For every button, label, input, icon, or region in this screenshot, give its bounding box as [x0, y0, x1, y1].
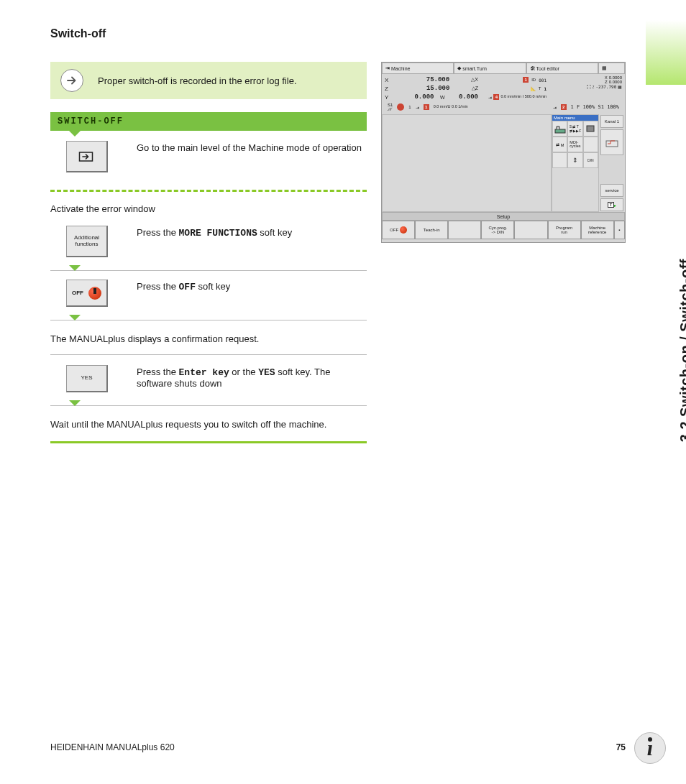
sk-machine-ref[interactable]: Machine reference	[581, 221, 614, 239]
two-column-layout: Proper switch-off is recorded in the err…	[50, 62, 626, 448]
yes-softkey[interactable]: YES	[66, 365, 108, 392]
off-label: OFF	[72, 290, 83, 296]
screen-tabs: ⇥Machine ◆smart.Turn 🛠Tool editor ▦	[382, 63, 625, 74]
screen-main-area: Main menu S ⇄ T ⇄ ▶▶F ⇄ M MDI- cycles ⇕ …	[382, 114, 625, 212]
softkey-col: YES	[50, 365, 122, 392]
tab-label: smart.Turn	[462, 66, 487, 71]
emergency-stop-icon	[88, 287, 101, 300]
step-text: Press the MORE FUNCTIONS soft key	[137, 226, 367, 239]
text-pre: Press the	[137, 227, 179, 238]
side-solid	[646, 85, 686, 286]
text-bold2: YES	[258, 367, 275, 378]
sk-program-run[interactable]: Program run	[548, 221, 581, 239]
side-button-bar: Kanal 1 service T▸	[599, 114, 625, 212]
page-footer: HEIDENHAIN MANUALplus 620 75	[50, 742, 626, 752]
end-separator	[50, 441, 367, 443]
softkey-col	[50, 141, 122, 172]
sk-empty1[interactable]	[448, 221, 481, 239]
feed-rates: 0.0 mm/min I 500.0 m/min	[500, 95, 546, 99]
step-yes: YES Press the Enter key or the YES soft …	[50, 365, 367, 402]
dro-readout: X75.000△X Z15.000△Z Y0.000W0.000 1ID001 …	[382, 74, 625, 114]
step-text: Press the Enter key or the YES soft key.…	[137, 365, 367, 389]
task-header-pointer-icon	[69, 131, 81, 137]
override-box: 1	[523, 77, 529, 83]
note-text: Proper switch-off is recorded in the err…	[98, 75, 297, 86]
menu-cell-7[interactable]	[552, 152, 567, 168]
activate-error-line: Activate the error window	[50, 199, 367, 221]
work-area	[382, 114, 552, 212]
text-bold: Enter key	[179, 367, 229, 378]
wait-line: Wait until the MANUALplus requests you t…	[50, 415, 367, 437]
text-post: soft key	[196, 281, 230, 292]
separator	[50, 270, 367, 271]
side-spacer	[599, 156, 625, 183]
menu-cell-6[interactable]	[583, 137, 598, 152]
tab-extra[interactable]: ▦	[598, 63, 625, 74]
tab-label: Tool editor	[536, 66, 559, 71]
dro-z: 15.000	[411, 85, 449, 92]
menu-cell-5[interactable]: MDI- cycles	[567, 137, 582, 152]
dashed-separator	[50, 190, 367, 192]
sk-cyc-prog[interactable]: Cyc.prog. -> DIN	[481, 221, 514, 239]
info-icon: ı	[634, 732, 666, 764]
additional-functions-softkey[interactable]: Additional functions	[66, 226, 108, 257]
sk-scroll[interactable]: ▪	[614, 221, 625, 239]
dro-y: 0.000	[395, 93, 434, 101]
sk-teach-in[interactable]: Teach-in	[415, 221, 448, 239]
step-pointer-icon	[69, 265, 81, 271]
tab-machine[interactable]: ⇥Machine	[382, 63, 454, 74]
tab-tool-editor[interactable]: 🛠Tool editor	[526, 63, 598, 74]
side-kanal-button[interactable]: Kanal 1	[600, 115, 623, 128]
text-post: soft key	[257, 227, 292, 238]
side-tab-gradient	[646, 20, 686, 286]
page-number: 75	[616, 742, 626, 752]
svg-rect-2	[587, 126, 594, 132]
step-off: OFF Press the OFF soft key	[50, 280, 367, 317]
side-chapter-label: 3.2 Switch-on / Switch-off	[677, 259, 686, 442]
dro-w: 0.000	[449, 93, 478, 101]
footer-left: HEIDENHAIN MANUALplus 620	[50, 742, 175, 752]
right-column: ⇥Machine ◆smart.Turn 🛠Tool editor ▦ X75.…	[381, 62, 626, 448]
menu-cell-8[interactable]: ⇕	[567, 152, 582, 168]
menu-cell-2[interactable]: S ⇄ T ⇄ ▶▶F	[567, 121, 582, 137]
setup-bar: Setup	[382, 212, 625, 221]
main-level-softkey[interactable]	[66, 141, 108, 172]
sr-val: 1 F 100% S1 100%	[571, 104, 619, 110]
menu-cell-3[interactable]	[583, 121, 598, 137]
side-service-button[interactable]: service	[600, 184, 623, 197]
task-header: SWITCH-OFF	[50, 112, 367, 131]
step-more-functions: Additional functions Press the MORE FUNC…	[50, 221, 367, 267]
text-mid: or the	[229, 366, 258, 377]
ov1: 1	[408, 105, 411, 109]
stop-icon	[397, 103, 404, 111]
t-val: 1	[544, 86, 546, 91]
side-graphic-button[interactable]	[600, 129, 623, 155]
id-val: 001	[539, 78, 546, 83]
menu-cell-9[interactable]: DIN	[583, 152, 598, 168]
softkey-label: YES	[81, 375, 92, 382]
menu-cell-1[interactable]	[552, 121, 567, 137]
menu-cell-4[interactable]: ⇄ M	[552, 137, 567, 152]
machine-screenshot: ⇥Machine ◆smart.Turn 🛠Tool editor ▦ X75.…	[381, 62, 626, 243]
text-bold: MORE FUNCTIONS	[179, 228, 257, 239]
tab-label: Machine	[391, 66, 410, 71]
tab-smart-turn[interactable]: ◆smart.Turn	[454, 63, 526, 74]
off-softkey[interactable]: OFF	[66, 280, 108, 307]
page-content: Switch-off Proper switch-off is recorded…	[0, 0, 626, 448]
coord-val: -237.790	[595, 84, 616, 89]
sk-empty2[interactable]	[514, 221, 547, 239]
step-pointer-icon	[69, 400, 81, 406]
feed2: 0.0 mm/U 0.0 1/min	[434, 105, 468, 109]
spacer	[50, 99, 367, 112]
main-menu-header: Main menu	[552, 115, 598, 121]
step-pointer-icon	[69, 315, 81, 320]
svg-rect-1	[555, 129, 565, 133]
softkey-bar: OFF Teach-in Cyc.prog. -> DIN Program ru…	[382, 221, 625, 239]
step-text: Press the OFF soft key	[137, 280, 367, 292]
step-text: Go to the main level of the Machine mode…	[137, 141, 367, 153]
softkey-col: Additional functions	[50, 226, 122, 257]
ov-box: 1	[424, 104, 429, 110]
sk-off[interactable]: OFF	[382, 221, 415, 239]
side-t-button[interactable]: T▸	[600, 198, 623, 211]
separator	[50, 405, 367, 406]
